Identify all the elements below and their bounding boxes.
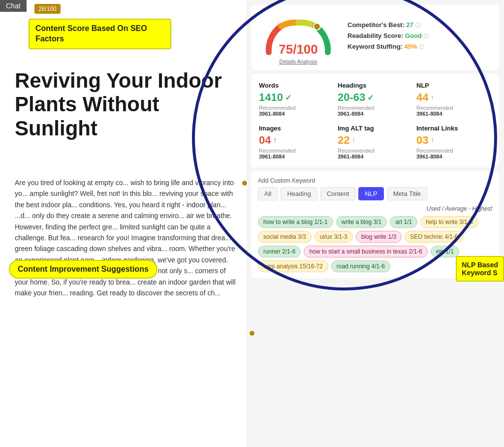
keyword-tag[interactable]: etc 1/1: [431, 246, 459, 257]
metric-item: Headings 20-63 ✓ Recommended3961-8084: [338, 82, 412, 117]
score-badge: 26/100: [34, 4, 61, 14]
metric-label: Images: [259, 125, 334, 132]
annotation-dot-2: [249, 330, 255, 337]
metric-value: 03 ↑: [416, 134, 491, 147]
content-improvement-label: Content Improvement Suggestions: [9, 260, 158, 279]
keyword-filter-row: AllHeadingContentNLPMeta Title: [258, 187, 492, 200]
metric-label: Internal Links: [416, 125, 491, 132]
gauge-score: 75/100: [279, 42, 318, 57]
metric-item: Img ALT tag 22 ↑ Recommended3961-8084: [338, 125, 412, 160]
metric-arrow: ✓: [285, 93, 291, 102]
score-card: 75/100 Details Analysis Competitor's Bes…: [251, 5, 499, 70]
keyword-filter-tab[interactable]: All: [258, 187, 278, 200]
right-panel: 75/100 Details Analysis Competitor's Bes…: [246, 0, 504, 447]
metric-value: 44 ↑: [416, 91, 491, 104]
keyword-filter-tab[interactable]: Heading: [281, 187, 317, 200]
metric-arrow: ↑: [351, 136, 355, 145]
metric-label: Headings: [338, 82, 412, 89]
keyword-tag[interactable]: blog write 1/3: [356, 231, 402, 243]
nlp-based-label: NLP Based Keyword S: [456, 256, 504, 282]
blog-body: Are you tired of looking at empty co... …: [15, 177, 236, 298]
keyword-filter-tab[interactable]: NLP: [358, 187, 383, 200]
keyword-tag[interactable]: social media 3/3: [258, 231, 312, 243]
chat-tab[interactable]: Chat: [0, 0, 27, 12]
readability-row: Readability Score: Good ⓘ: [347, 32, 491, 40]
metrics-card: Words 1410 ✓ Recommended3961-8084 Headin…: [251, 74, 499, 167]
metric-item: Words 1410 ✓ Recommended3961-8084: [259, 82, 334, 117]
metric-value: 04 ↑: [259, 134, 334, 147]
keyword-tag[interactable]: serp analysis 15/16-72: [258, 260, 328, 272]
metric-item: Internal Links 03 ↑ Recommended3961-8084: [416, 125, 491, 160]
annotation-dot-1: [241, 180, 248, 187]
metric-label: Img ALT tag: [338, 125, 412, 132]
metric-arrow: ✓: [367, 93, 374, 102]
metric-value: 22 ↑: [338, 134, 412, 147]
keyword-tag[interactable]: art 1/1: [390, 216, 417, 228]
metric-recommended: Recommended3961-8084: [259, 148, 334, 160]
metric-item: Images 04 ↑ Recommended3961-8084: [259, 125, 334, 160]
competitor-best-row: Competitor's Best: 27 ⓘ: [347, 21, 491, 29]
metric-recommended: Recommended3961-8084: [416, 148, 491, 160]
keyword-tag[interactable]: how to write a blog 1/1-1: [258, 216, 333, 228]
keyword-filter-tab[interactable]: Meta Title: [387, 187, 427, 200]
metric-label: NLP: [416, 82, 491, 89]
metric-recommended: Recommended3961-8084: [416, 105, 491, 117]
blog-title: Reviving Your Indoor Plants Without Sunl…: [15, 69, 231, 140]
keyword-tag[interactable]: SEO technic 4/1-6: [405, 231, 463, 243]
svg-point-0: [314, 23, 320, 30]
metric-value: 20-63 ✓: [338, 91, 412, 104]
keyword-tag[interactable]: runner 2/1-6: [258, 246, 301, 257]
content-score-label: Content Score Based On SEO Factors: [29, 19, 171, 49]
keyword-tag[interactable]: help to write 3/1-6: [420, 216, 478, 228]
metric-recommended: Recommended3961-8084: [338, 105, 412, 117]
used-avg-label: Used / Average - Highest: [258, 205, 492, 212]
metric-value: 1410 ✓: [259, 91, 334, 104]
keyword-tag[interactable]: how to start a small business in texas 2…: [304, 246, 427, 257]
metric-arrow: ↑: [273, 136, 277, 145]
metric-recommended: Recommended3961-8084: [259, 105, 334, 117]
metric-recommended: Recommended3961-8084: [338, 148, 412, 160]
keyword-stuffing-row: Keyword Stuffing: 45% ⓘ: [347, 43, 491, 51]
keyword-tag[interactable]: road running 4/1-6: [331, 260, 390, 272]
metric-item: NLP 44 ↑ Recommended3961-8084: [416, 82, 491, 117]
keyword-tag[interactable]: ui/ux 3/1-3: [315, 231, 353, 243]
gauge-details-link[interactable]: Details Analysis: [279, 59, 317, 64]
add-custom-kw-label: Add Custom Keyword: [258, 177, 492, 184]
gauge-container: 75/100 Details Analysis: [259, 13, 338, 62]
score-details: Competitor's Best: 27 ⓘ Readability Scor…: [347, 21, 491, 54]
metric-arrow: ↑: [430, 136, 434, 145]
metric-label: Words: [259, 82, 334, 89]
keyword-filter-tab[interactable]: Content: [320, 187, 356, 200]
left-panel: Chat 26/100 Content Score Based On SEO F…: [0, 0, 256, 447]
keyword-tag[interactable]: write a blog 3/1: [336, 216, 387, 228]
metric-arrow: ↑: [430, 93, 434, 102]
